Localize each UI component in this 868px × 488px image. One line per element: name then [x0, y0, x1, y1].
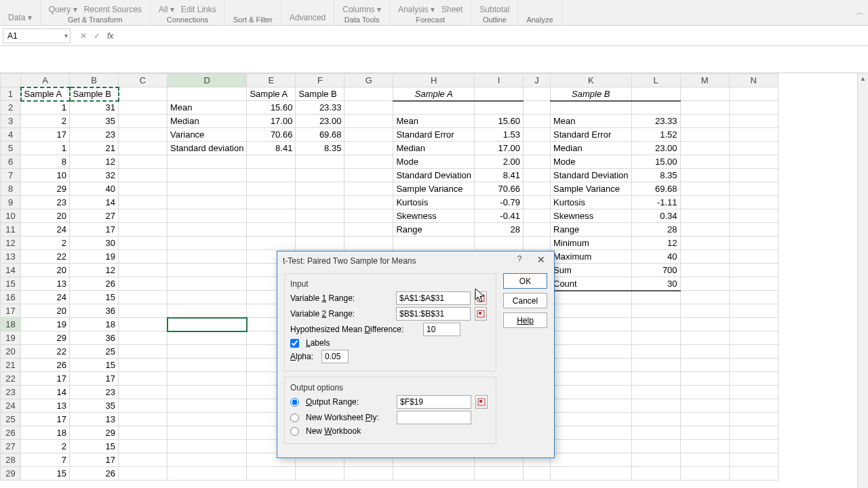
column-header[interactable]: I [475, 74, 524, 87]
cell[interactable]: 13 [21, 277, 70, 291]
cell[interactable] [551, 426, 632, 440]
cell[interactable]: 24 [21, 291, 70, 304]
cell[interactable]: 14 [21, 386, 70, 399]
cell[interactable]: Median [551, 142, 632, 155]
cell[interactable] [119, 115, 167, 128]
cell[interactable] [167, 453, 247, 467]
cell[interactable]: 17.00 [247, 115, 296, 128]
cell[interactable] [247, 237, 296, 250]
cell[interactable]: 10 [21, 169, 70, 182]
cell[interactable] [119, 399, 167, 413]
cell[interactable] [631, 399, 680, 413]
column-header[interactable]: F [296, 74, 344, 87]
cell[interactable] [680, 209, 729, 223]
cell[interactable] [167, 413, 247, 426]
cell[interactable]: Sample B [296, 87, 344, 101]
cell[interactable] [344, 101, 393, 115]
cell[interactable] [296, 182, 344, 196]
cell[interactable] [551, 291, 632, 304]
cell[interactable]: 23.33 [296, 101, 344, 115]
column-header[interactable]: G [344, 74, 393, 87]
cell[interactable] [729, 182, 778, 196]
alpha-input[interactable] [321, 350, 349, 363]
cell[interactable]: 22 [21, 250, 70, 264]
row-header[interactable]: 3 [1, 115, 21, 128]
row-header[interactable]: 17 [1, 304, 21, 318]
cell[interactable] [729, 440, 778, 453]
cell[interactable] [524, 169, 551, 182]
var1-range-picker-icon[interactable] [475, 291, 487, 305]
cell[interactable]: 40 [631, 250, 680, 264]
column-header[interactable]: D [167, 74, 247, 87]
cell[interactable]: 12 [631, 237, 680, 250]
cell[interactable] [631, 453, 680, 467]
cell[interactable]: 0.34 [631, 209, 680, 223]
cell[interactable]: 12 [70, 264, 119, 277]
cell[interactable] [119, 169, 167, 182]
cell[interactable]: 36 [70, 331, 119, 345]
cell[interactable] [247, 182, 296, 196]
cell[interactable] [296, 169, 344, 182]
cell[interactable]: 29 [21, 182, 70, 196]
formula-bar-area[interactable] [0, 46, 868, 73]
cell[interactable] [729, 169, 778, 182]
row-header[interactable]: 13 [1, 250, 21, 264]
cell[interactable]: 20 [21, 209, 70, 223]
column-header[interactable]: J [524, 74, 551, 87]
cell[interactable] [119, 87, 167, 101]
cell[interactable] [167, 182, 247, 196]
cell[interactable]: Sample B [551, 87, 632, 101]
cell[interactable]: Standard Deviation [551, 169, 632, 182]
cell[interactable] [680, 453, 729, 467]
cell[interactable] [119, 426, 167, 440]
ribbon-item[interactable]: Data ▾ [8, 13, 32, 22]
cell[interactable]: 15 [21, 467, 70, 481]
cell[interactable]: 22 [21, 345, 70, 359]
cell[interactable]: 23 [70, 128, 119, 142]
cell[interactable]: 36 [70, 304, 119, 318]
cell[interactable] [167, 250, 247, 264]
cell[interactable]: 13 [21, 399, 70, 413]
cell[interactable]: 8.35 [296, 142, 344, 155]
cell[interactable]: Sample B [70, 87, 119, 101]
cell[interactable] [729, 372, 778, 386]
cell[interactable] [551, 101, 632, 115]
ribbon-item[interactable]: Recent Sources [84, 5, 142, 14]
cell[interactable] [167, 209, 247, 223]
cell[interactable] [551, 440, 632, 453]
dialog-close-icon[interactable]: ✕ [532, 254, 550, 265]
cell[interactable] [524, 142, 551, 155]
cell[interactable] [167, 264, 247, 277]
cell[interactable] [296, 209, 344, 223]
cell[interactable] [167, 155, 247, 169]
row-header[interactable]: 10 [1, 209, 21, 223]
cell[interactable] [680, 467, 729, 481]
cell[interactable]: 40 [70, 182, 119, 196]
cell[interactable] [393, 467, 475, 481]
column-header[interactable] [1, 74, 21, 87]
cell[interactable] [631, 304, 680, 318]
cell[interactable] [344, 182, 393, 196]
cell[interactable] [344, 467, 393, 481]
cell[interactable]: 69.68 [631, 182, 680, 196]
column-header[interactable]: L [631, 74, 680, 87]
cell[interactable] [729, 386, 778, 399]
cell[interactable] [344, 115, 393, 128]
cell[interactable] [167, 223, 247, 237]
cell[interactable] [119, 196, 167, 209]
hyp-mean-diff-input[interactable] [423, 323, 460, 336]
cell[interactable] [551, 413, 632, 426]
cell[interactable] [167, 277, 247, 291]
cell[interactable] [631, 440, 680, 453]
cell[interactable] [167, 318, 247, 331]
cell[interactable] [551, 304, 632, 318]
cell[interactable] [524, 196, 551, 209]
cell[interactable] [680, 250, 729, 264]
ribbon-item[interactable]: Query ▾ [49, 5, 77, 14]
cell[interactable] [475, 467, 524, 481]
cell[interactable] [729, 250, 778, 264]
cell[interactable]: 69.68 [296, 128, 344, 142]
ribbon-item[interactable]: Edit Links [181, 5, 216, 14]
cell[interactable] [680, 372, 729, 386]
cell[interactable]: Range [551, 223, 632, 237]
